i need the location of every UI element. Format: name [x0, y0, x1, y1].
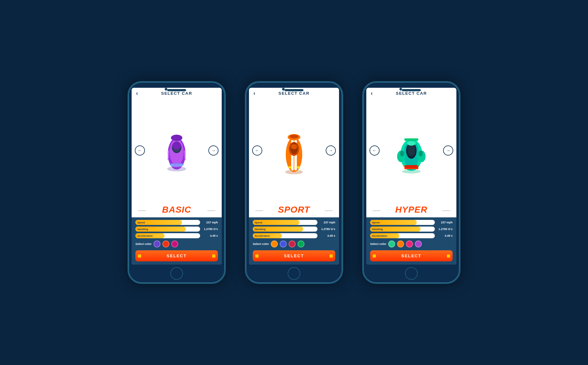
- svg-point-37: [419, 150, 423, 156]
- car-name: BASIC: [132, 203, 222, 217]
- phone-sport: ‹SELECT CAR← →SPORTSpeed237 mphHandling1…: [245, 81, 343, 284]
- color-option-3[interactable]: [415, 240, 422, 247]
- select-button[interactable]: SELECT: [135, 250, 218, 261]
- color-option-0[interactable]: [271, 240, 278, 247]
- next-car-button[interactable]: →: [326, 145, 336, 156]
- prev-car-button[interactable]: ←: [369, 145, 380, 156]
- color-label: Select color: [135, 242, 152, 246]
- stat-bar-fill: Handling: [370, 227, 421, 232]
- stat-bar-fill: Acceleration: [135, 233, 165, 238]
- home-button[interactable]: [405, 267, 418, 280]
- screen-header: ‹SELECT CAR: [132, 88, 222, 98]
- screen-header: ‹SELECT CAR: [366, 88, 456, 98]
- phone-screen: ‹SELECT CAR← →BASICSpeed237 mphHandling1…: [132, 88, 222, 265]
- color-option-1[interactable]: [280, 240, 287, 247]
- back-button[interactable]: ‹: [136, 90, 138, 97]
- stat-row: Handling1.2780 G's: [370, 227, 453, 232]
- screen-bottom: Speed237 mphHandling1.2780 G'sAccelerati…: [132, 217, 222, 265]
- stat-bar-container: Speed: [370, 220, 435, 225]
- stat-row: Acceleration4.49 s: [253, 233, 335, 238]
- car-area: ← →: [366, 98, 456, 203]
- color-option-0[interactable]: [154, 240, 160, 247]
- svg-point-5: [172, 142, 181, 150]
- svg-line-10: [185, 150, 185, 160]
- svg-point-31: [409, 149, 414, 154]
- stat-row: Speed237 mph: [253, 220, 335, 225]
- stat-label: Acceleration: [372, 234, 387, 237]
- stat-value: 237 mph: [319, 221, 335, 224]
- stat-label: Acceleration: [137, 234, 153, 237]
- stat-label: Acceleration: [255, 234, 270, 237]
- screen-top: ‹SELECT CAR← →BASIC: [132, 88, 222, 217]
- color-label: Select color: [370, 242, 386, 246]
- stat-value: 4.49 s: [437, 234, 453, 237]
- stat-bar-fill: Speed: [253, 220, 299, 225]
- svg-point-20: [291, 144, 297, 149]
- screen-top: ‹SELECT CAR← →HYPER: [366, 88, 456, 217]
- stat-value: 1.2780 G's: [319, 227, 335, 231]
- color-option-1[interactable]: [397, 240, 404, 247]
- stat-row: Acceleration4.49 s: [135, 233, 218, 238]
- stat-bar-fill: Acceleration: [253, 233, 282, 238]
- color-option-2[interactable]: [171, 240, 178, 247]
- stat-value: 4.49 s: [202, 234, 218, 237]
- color-label: Select color: [253, 242, 269, 246]
- phone-hyper: ‹SELECT CAR← →HYPERSpeed237 mphHandling1…: [362, 81, 461, 284]
- prev-car-button[interactable]: ←: [135, 145, 145, 156]
- svg-point-22: [297, 166, 300, 169]
- stat-row: Speed237 mph: [370, 220, 453, 225]
- color-option-2[interactable]: [406, 240, 413, 247]
- stat-value: 4.49 s: [319, 234, 335, 237]
- svg-line-9: [168, 150, 169, 160]
- stat-bar-container: Acceleration: [253, 233, 317, 238]
- color-option-1[interactable]: [162, 240, 169, 247]
- next-car-button[interactable]: →: [208, 145, 219, 156]
- stat-label: Handling: [137, 228, 148, 231]
- screen-top: ‹SELECT CAR← →SPORT: [249, 88, 339, 217]
- stat-bar-fill: Speed: [370, 220, 417, 225]
- screen-header: ‹SELECT CAR: [249, 88, 339, 98]
- svg-point-36: [400, 150, 404, 156]
- color-option-3[interactable]: [297, 240, 304, 247]
- screen-bottom: Speed237 mphHandling1.2780 G'sAccelerati…: [249, 217, 339, 265]
- stat-label: Speed: [372, 221, 380, 224]
- svg-point-21: [288, 166, 291, 169]
- stat-bar-container: Acceleration: [135, 233, 200, 238]
- car-image: [394, 128, 429, 173]
- stat-bar-fill: Handling: [135, 227, 186, 232]
- back-button[interactable]: ‹: [253, 90, 255, 97]
- stat-row: Speed237 mph: [135, 220, 218, 225]
- color-row: Select color: [253, 240, 335, 247]
- svg-point-35: [407, 141, 415, 146]
- phones-container: ‹SELECT CAR← →BASICSpeed237 mphHandling1…: [127, 81, 461, 284]
- color-option-2[interactable]: [289, 240, 296, 247]
- stat-value: 237 mph: [202, 221, 218, 224]
- prev-car-button[interactable]: ←: [252, 145, 262, 156]
- color-option-0[interactable]: [388, 240, 395, 247]
- stat-bar-container: Handling: [135, 227, 200, 232]
- select-button[interactable]: SELECT: [253, 250, 335, 261]
- home-button[interactable]: [288, 267, 300, 280]
- stat-bar-fill: Acceleration: [370, 233, 399, 238]
- svg-point-8: [171, 135, 182, 141]
- svg-point-12: [171, 164, 182, 167]
- back-button[interactable]: ‹: [371, 90, 373, 97]
- car-image: [159, 128, 194, 173]
- next-car-button[interactable]: →: [443, 145, 453, 156]
- stat-bar-fill: Handling: [253, 227, 303, 232]
- car-area: ← →: [132, 98, 222, 203]
- svg-rect-33: [406, 165, 417, 168]
- home-button[interactable]: [170, 267, 183, 280]
- stat-bar-container: Speed: [253, 220, 317, 225]
- stat-row: Handling1.2780 G's: [253, 227, 335, 232]
- stat-label: Handling: [255, 228, 265, 231]
- phone-screen: ‹SELECT CAR← →HYPERSpeed237 mphHandling1…: [366, 88, 456, 265]
- svg-rect-34: [404, 138, 418, 141]
- select-button[interactable]: SELECT: [370, 250, 453, 261]
- stat-bar-container: Handling: [370, 227, 435, 232]
- color-row: Select color: [135, 240, 218, 247]
- car-name: SPORT: [249, 203, 339, 217]
- phone-screen: ‹SELECT CAR← →SPORTSpeed237 mphHandling1…: [249, 88, 339, 265]
- stat-bar-container: Speed: [135, 220, 200, 225]
- phone-basic: ‹SELECT CAR← →BASICSpeed237 mphHandling1…: [127, 81, 226, 284]
